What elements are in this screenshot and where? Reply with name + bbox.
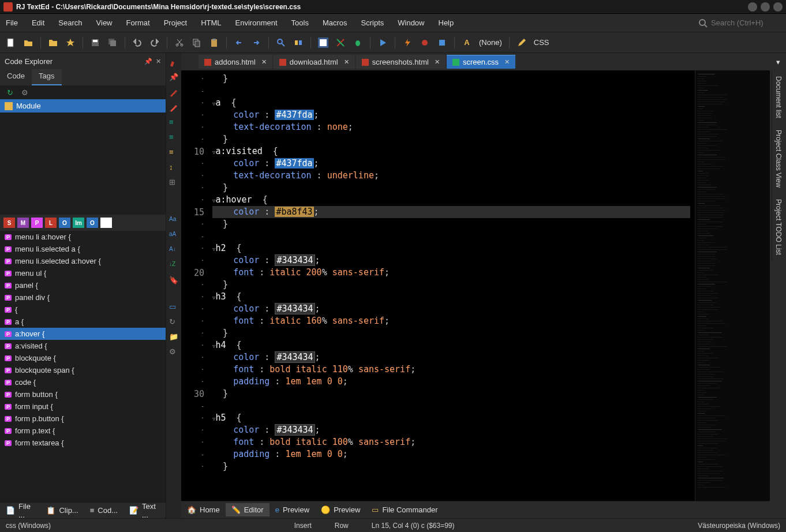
tab-tags[interactable]: Tags [32, 69, 61, 85]
left-tab-file[interactable]: 📄File ... [0, 500, 40, 519]
save-icon[interactable] [90, 38, 100, 48]
open-file-icon[interactable] [23, 38, 33, 48]
tab-close-icon[interactable]: ✕ [435, 58, 440, 66]
css-rule-item[interactable]: Pblockquote { [0, 352, 166, 364]
menu-format[interactable]: Format [126, 18, 150, 27]
left-tab-clip[interactable]: 📋Clip... [40, 504, 84, 517]
file-tab[interactable]: screen.css✕ [447, 55, 515, 69]
vtool-ruler-icon[interactable]: ⊞ [169, 178, 178, 187]
css-rule-item[interactable]: Ppanel div { [0, 291, 166, 304]
tab-close-icon[interactable]: ✕ [344, 58, 349, 66]
btab-home[interactable]: 🏠Home [181, 503, 226, 516]
zoom-icon[interactable] [276, 38, 286, 48]
folder-icon[interactable] [48, 38, 58, 48]
file-tab[interactable]: screenshots.html✕ [356, 55, 446, 69]
menu-search[interactable]: Search [58, 18, 82, 27]
btab-file-commander[interactable]: ▭File Commander [366, 503, 443, 516]
filter-doc-icon[interactable] [100, 218, 112, 228]
document-icon[interactable] [318, 38, 328, 48]
css-rule-item[interactable]: Pcode { [0, 376, 166, 388]
copy-icon[interactable] [192, 38, 202, 48]
cut-icon[interactable] [174, 38, 185, 48]
tab-close-icon[interactable]: ✕ [261, 58, 267, 66]
tab-code[interactable]: Code [0, 69, 32, 85]
vtool-folder-icon[interactable]: 📁 [169, 332, 178, 342]
panel-close-icon[interactable]: ✕ [156, 58, 161, 65]
css-rule-item[interactable]: Pform p.text { [0, 425, 166, 437]
maximize-button[interactable] [761, 2, 770, 12]
highlight-icon[interactable] [293, 38, 304, 48]
vtool-indent-icon[interactable]: ≡ [169, 118, 178, 127]
rtab-document-list[interactable]: Document list [772, 70, 785, 124]
vtool-format-icon[interactable]: ≡ [169, 148, 178, 157]
filter-o2[interactable]: O [87, 218, 98, 228]
paste-icon[interactable] [209, 38, 219, 48]
close-button[interactable] [773, 2, 783, 12]
vtool-marker2[interactable] [169, 103, 178, 112]
filter-o[interactable]: O [59, 218, 70, 228]
vtool-sort-icon[interactable]: ↕ [169, 163, 178, 172]
css-rule-item[interactable]: Pform input { [0, 400, 166, 413]
filter-im[interactable]: Im [73, 218, 84, 228]
bug-icon[interactable] [353, 38, 363, 48]
menu-view[interactable]: View [96, 18, 113, 27]
tree-item-module[interactable]: Module [0, 99, 166, 113]
vtool-bookmark-icon[interactable]: 🔖 [169, 276, 178, 285]
css-rule-item[interactable]: Pmenu li.selected a { [0, 243, 166, 255]
menu-edit[interactable]: Edit [32, 18, 44, 27]
css-rule-item[interactable]: Pform button { [0, 388, 166, 400]
menu-tools[interactable]: Tools [291, 18, 309, 27]
refresh-icon[interactable]: ↻ [5, 87, 15, 98]
css-rule-item[interactable]: Ppanel { [0, 279, 166, 291]
vtool-outdent-icon[interactable]: ≡ [169, 133, 178, 142]
menu-environment[interactable]: Environment [235, 18, 278, 27]
css-rule-item[interactable]: Pa { [0, 316, 166, 328]
explorer-tree[interactable]: Module [0, 99, 166, 215]
save-all-icon[interactable] [107, 38, 118, 48]
rtab-project-todo[interactable]: Project TODO List [772, 193, 785, 261]
css-rule-item[interactable]: Pblockquote span { [0, 364, 166, 376]
btab-preview-ie[interactable]: ePreview [270, 503, 315, 516]
menu-scripts[interactable]: Scripts [361, 18, 384, 27]
css-rule-item[interactable]: Pa:hover { [0, 328, 166, 340]
run-icon[interactable] [377, 38, 388, 48]
left-tab-text[interactable]: 📝Text ... [123, 500, 166, 519]
left-tab-cod[interactable]: ≡Cod... [84, 504, 123, 517]
text-color-icon[interactable]: A [462, 38, 472, 48]
record-icon[interactable] [420, 38, 430, 48]
gutter[interactable]: ·-····10····15·-··20·········30-···-· [181, 70, 208, 501]
vtool-pencil-red[interactable] [169, 58, 178, 67]
css-rule-item[interactable]: Pmenu ul { [0, 267, 166, 279]
css-rules-list[interactable]: Pmenu li a:hover {Pmenu li.selected a {P… [0, 231, 166, 502]
filter-m[interactable]: M [17, 218, 29, 228]
btab-editor[interactable]: ✏️Editor [226, 503, 270, 516]
tab-dropdown-icon[interactable]: ▾ [776, 53, 780, 70]
menu-file[interactable]: File [6, 18, 18, 27]
menu-help[interactable]: Help [439, 18, 454, 27]
vtool-marker[interactable] [169, 88, 178, 97]
dropdown-css[interactable]: CSS [534, 38, 549, 47]
tools-icon[interactable] [335, 38, 346, 48]
css-rule-item[interactable]: P{ [0, 304, 166, 316]
file-tab[interactable]: download.html✕ [274, 55, 355, 69]
pin-icon[interactable]: 📌 [144, 58, 152, 65]
menu-macros[interactable]: Macros [323, 18, 347, 27]
search-input[interactable] [711, 18, 780, 27]
search-box[interactable] [698, 18, 780, 28]
code-editor[interactable]: }▽a { color : #437fda; text-decoration :… [208, 70, 695, 501]
file-tab[interactable]: addons.html✕ [199, 55, 272, 69]
vtool-case2-icon[interactable]: aA [169, 231, 178, 240]
rtab-project-class-view[interactable]: Project Class View [772, 124, 785, 193]
vtool-preview-icon[interactable]: ▭ [169, 302, 178, 312]
filter-l[interactable]: L [45, 218, 57, 228]
minimap[interactable]: ————————————————————————————————————————… [695, 70, 770, 501]
menu-window[interactable]: Window [398, 18, 424, 27]
star-icon[interactable] [65, 38, 76, 48]
minimize-button[interactable] [748, 2, 757, 12]
filter-p[interactable]: P [31, 218, 43, 228]
forward-icon[interactable] [251, 38, 261, 48]
lightning-icon[interactable] [402, 38, 413, 48]
css-rule-item[interactable]: Pform textarea { [0, 437, 166, 449]
pencil-icon[interactable] [516, 38, 527, 48]
css-rule-item[interactable]: Pform p.button { [0, 413, 166, 425]
